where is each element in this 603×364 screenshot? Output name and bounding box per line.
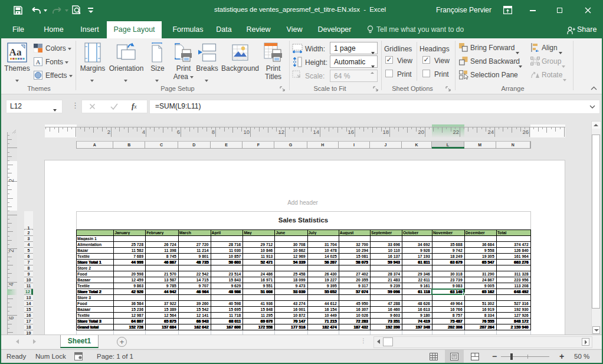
svg-text:6: 6 <box>8 316 15 320</box>
svg-text:A: A <box>36 58 41 65</box>
svg-text:Aa: Aa <box>9 47 22 58</box>
svg-text:2: 2 <box>8 179 15 182</box>
svg-text:4: 4 <box>8 283 15 286</box>
svg-text:2: 2 <box>8 249 15 252</box>
